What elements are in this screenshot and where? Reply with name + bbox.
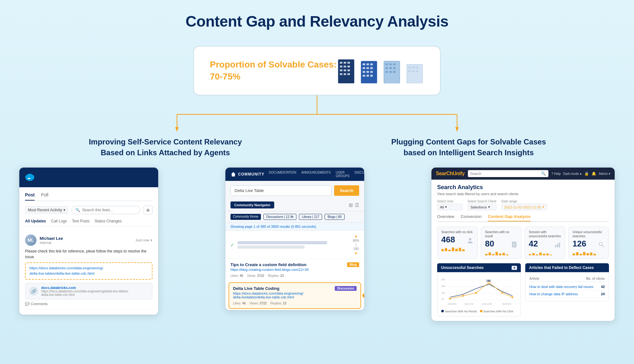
- sf-avatar: ML: [25, 234, 36, 246]
- svg-point-55: [469, 238, 471, 240]
- su-table-row-1: How to deal with data recovery fail issu…: [529, 283, 605, 291]
- sf-doc-preview: 🔗 docs.databricks.com https://docs.datab…: [25, 283, 152, 299]
- sf-link-box: https://docs.databricks.com/data-enginee…: [25, 262, 152, 280]
- community-result-1-wrapper: Tips to Create a custom field definition…: [225, 259, 364, 281]
- community-nav-docs[interactable]: DOCUMENTATION: [269, 171, 296, 178]
- svg-text:100: 100: [441, 292, 445, 295]
- svg-rect-21: [366, 71, 369, 73]
- su-header: SearChUnify 🔍 ? Help Dark-mode ● 🔒 🔔 Adm…: [431, 168, 615, 180]
- searchunify-window: SearChUnify 🔍 ? Help Dark-mode ● 🔒 🔔 Adm…: [431, 167, 615, 321]
- sf-poster-role: Internal: [40, 241, 133, 245]
- su-metric-unsuccessful: Session with unsuccessful searches 42: [525, 227, 565, 259]
- su-panel-menu[interactable]: ▾: [512, 266, 517, 270]
- building-icon-1: [337, 58, 356, 83]
- sf-search-magnifier: 🔍: [75, 208, 80, 212]
- sf-activity-selector[interactable]: Most Recent Activity ▾: [25, 206, 68, 214]
- su-metric-unique-bars: [573, 250, 605, 255]
- su-tab-overview[interactable]: Overview: [437, 214, 454, 221]
- sf-filter-all-updates[interactable]: All Updates: [25, 219, 46, 223]
- community-grid-icon[interactable]: ⊞: [349, 202, 353, 208]
- sf-search-box[interactable]: 🔍: [71, 206, 140, 214]
- svg-rect-8: [344, 69, 346, 71]
- svg-text:2021/6/25: 2021/6/25: [448, 303, 457, 305]
- left-subtitle-area: Improving Self-Service Content Relevancy…: [37, 137, 294, 158]
- community-list-icon[interactable]: ☰: [355, 202, 359, 208]
- sf-post-header: ML Michael Lee Internal Just now ▾: [25, 234, 152, 246]
- sf-post-text: Please check this link for reference, pl…: [25, 248, 152, 260]
- community-search-button[interactable]: Search: [334, 185, 359, 196]
- community-result-item-1: Tips to Create a custom field definition…: [225, 259, 364, 281]
- community-discussions-subtab[interactable]: Discussions | 12.9k: [263, 214, 296, 220]
- su-admin-menu[interactable]: Admin ▾: [599, 172, 610, 176]
- svg-text:190: 190: [486, 279, 491, 282]
- sf-filter-text-posts[interactable]: Text Posts: [72, 219, 89, 223]
- community-blogs-subtab[interactable]: Blogs | 80: [325, 214, 344, 220]
- svg-rect-29: [393, 63, 396, 65]
- su-darkmode-toggle[interactable]: Dark-mode ●: [563, 172, 582, 176]
- svg-rect-42: [416, 70, 418, 72]
- sf-filter-call-logs[interactable]: Call Logs: [51, 219, 67, 223]
- su-metric-unique-label: Unique unsuccessful searches: [573, 230, 605, 238]
- su-metric-no-result-bars: [485, 250, 517, 255]
- community-library-subtab[interactable]: Library | 217: [299, 214, 322, 220]
- su-filter-client: Select Search Client Salesforce ▾: [468, 200, 496, 210]
- su-tabs: Overview Conversion Content Gap Analysis: [437, 214, 609, 222]
- sf-tab-poll[interactable]: Poll: [41, 192, 48, 201]
- su-search-input[interactable]: [470, 172, 539, 176]
- su-page-subtitle: View search data filtered by users and s…: [437, 192, 609, 196]
- left-subtitle: Improving Self-Service Content Relevancy…: [37, 137, 294, 158]
- community-nav-groups[interactable]: USER GROUPS: [336, 171, 349, 178]
- svg-point-73: [449, 298, 451, 299]
- community-result-2-wrapper: Delta Live Table Coding https://docs.dat…: [225, 282, 364, 309]
- su-document-icon: [511, 241, 517, 248]
- svg-rect-9: [347, 69, 350, 71]
- su-chart-area: 400 200 100 50: [441, 276, 517, 307]
- su-table-row-2: How to change data IP address 24: [529, 291, 605, 298]
- sf-tab-post[interactable]: Post: [25, 192, 35, 201]
- su-date-select[interactable]: 2022-11-01-2022-11-30 ▾: [501, 204, 547, 210]
- su-metric-no-click: Searches with no click 468: [437, 227, 478, 259]
- sf-poster-name: Michael Lee: [40, 236, 133, 241]
- community-search-input[interactable]: [230, 185, 332, 196]
- community-nav-discussions[interactable]: DISCUSSIONS: [354, 171, 365, 178]
- svg-rect-10: [340, 73, 342, 75]
- svg-rect-35: [393, 71, 396, 73]
- scroll-down-arrow[interactable]: ▼: [354, 251, 358, 256]
- su-search-icon: 🔍: [541, 171, 546, 176]
- community-home-subtab[interactable]: Community Home: [230, 214, 261, 220]
- svg-rect-16: [370, 63, 373, 65]
- su-user-select[interactable]: All ▾: [437, 204, 463, 210]
- community-results-info: Showing page 1 of 380 of 3800 results (0…: [225, 223, 364, 231]
- sf-filter-status-changes[interactable]: Status Changes: [94, 219, 121, 223]
- su-help-link[interactable]: ? Help: [552, 172, 561, 176]
- svg-rect-4: [340, 66, 342, 67]
- sf-doc-domain: docs.databricks.com: [41, 286, 148, 290]
- svg-rect-2: [344, 62, 346, 64]
- sf-search-input[interactable]: [82, 208, 136, 212]
- community-result-2-badge: Discussion: [335, 286, 357, 291]
- right-subtitle: Plugging Content Gaps for Solvable Cases…: [340, 137, 597, 158]
- svg-point-75: [475, 292, 477, 294]
- sf-search-icon-button[interactable]: ⊕: [144, 206, 152, 214]
- su-client-select[interactable]: Salesforce ▾: [468, 204, 496, 210]
- su-unsuccessful-panel: Unsuccessful Searches ▾ 400 200 100: [437, 263, 521, 316]
- su-person-icon: [467, 237, 474, 244]
- community-result-2-url[interactable]: https://docs.databricks.com/data-enginee…: [233, 291, 332, 299]
- community-navigator-tab[interactable]: Community Navigator: [230, 201, 274, 208]
- su-metric-no-result-label: Searches with no result: [485, 230, 517, 238]
- su-tab-conversion[interactable]: Conversion: [461, 214, 482, 221]
- su-filter-date: Date range 2022-11-01-2022-11-30 ▾: [501, 200, 547, 210]
- community-result-1-url[interactable]: https://blog-creating-custom-field.blogs…: [230, 268, 345, 271]
- svg-rect-39: [416, 67, 418, 68]
- su-metrics-row: Searches with no click 468: [437, 227, 609, 259]
- salesforce-logo: ☁: [25, 172, 35, 183]
- scroll-up-arrow[interactable]: ▲: [354, 234, 358, 238]
- svg-point-74: [462, 295, 464, 297]
- su-chart-icon: [554, 241, 561, 248]
- sf-comments[interactable]: 💬 Comments: [25, 302, 152, 306]
- su-line-chart: 400 200 100 50: [441, 276, 517, 307]
- su-tab-content-gap[interactable]: Content Gap Analysis: [488, 214, 531, 221]
- community-nav-announcements[interactable]: ANNOUNCEMENTS: [301, 171, 331, 178]
- community-result-1-title: Tips to Create a custom field definition: [230, 262, 345, 267]
- su-unsuccessful-body: 400 200 100 50: [437, 272, 521, 316]
